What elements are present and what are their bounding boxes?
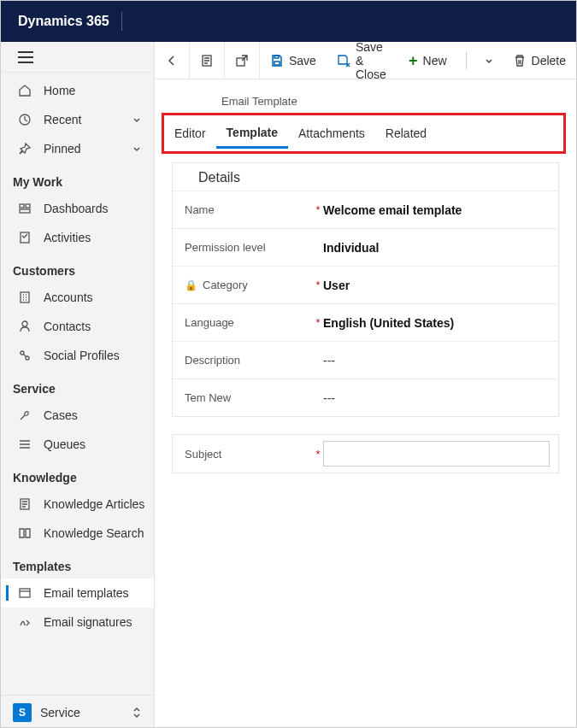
required-mark: * (313, 203, 323, 216)
page-icon (200, 54, 214, 68)
field-row-language[interactable]: Language * English (United States) (173, 303, 558, 341)
sidebar-item-cases[interactable]: Cases (1, 401, 154, 430)
sidebar: Home Recent Pinned My Work Dashboards Ac… (1, 42, 155, 728)
sidebar-item-queues[interactable]: Queues (1, 430, 154, 459)
sidebar-item-social[interactable]: Social Profiles (1, 341, 154, 370)
command-bar: Save Save & Close + New Delete (155, 42, 576, 79)
tab-editor[interactable]: Editor (164, 120, 216, 147)
details-section: Details Name * Welcome email template Pe… (172, 162, 559, 417)
lock-icon: 🔒 (185, 279, 197, 291)
sidebar-item-label: Pinned (44, 142, 81, 156)
save-button[interactable]: Save (260, 42, 327, 79)
field-label: Description (185, 354, 240, 367)
page-button[interactable] (190, 42, 225, 79)
field-row-permission[interactable]: Permission level Individual (173, 228, 558, 266)
field-value: --- (323, 391, 550, 405)
field-value: Individual (323, 241, 550, 255)
sidebar-item-dashboards[interactable]: Dashboards (1, 194, 154, 223)
hamburger-icon[interactable] (18, 51, 33, 63)
entity-label: Email Template (155, 95, 576, 108)
sidebar-item-home[interactable]: Home (1, 76, 154, 105)
field-row-description[interactable]: Description --- (173, 341, 558, 379)
svg-rect-5 (21, 292, 29, 302)
sidebar-section-customers: Customers (1, 252, 154, 283)
popout-button[interactable] (225, 42, 260, 79)
signature-icon (18, 615, 32, 629)
sidebar-item-label: Activities (44, 231, 91, 244)
sidebar-item-label: Knowledge Articles (44, 497, 144, 511)
clipboard-icon (18, 231, 32, 244)
article-icon (18, 497, 32, 511)
sidebar-item-label: Dashboards (44, 202, 109, 215)
popout-icon (235, 54, 249, 68)
top-bar: Dynamics 365 (1, 1, 576, 42)
sidebar-item-label: Email signatures (44, 615, 132, 629)
sidebar-item-email-signatures[interactable]: Email signatures (1, 608, 154, 637)
tabs-highlight-box: Editor Template Attachments Related (162, 113, 566, 154)
area-switcher[interactable]: S Service (1, 695, 154, 728)
chevron-down-icon (482, 54, 496, 68)
svg-point-6 (22, 321, 27, 326)
trash-icon (513, 54, 527, 68)
sidebar-item-label: Accounts (44, 291, 93, 304)
template-icon (18, 586, 32, 600)
delete-label: Delete (532, 54, 566, 68)
field-row-category[interactable]: 🔒Category * User (173, 266, 558, 303)
home-icon (18, 84, 32, 97)
save-label: Save (289, 54, 316, 68)
field-label: Name (185, 203, 215, 216)
sidebar-item-knowledge-search[interactable]: Knowledge Search (1, 519, 154, 548)
person-icon (18, 320, 32, 333)
svg-rect-10 (20, 589, 30, 597)
sidebar-item-label: Home (44, 84, 75, 97)
save-close-icon (337, 54, 350, 68)
tab-attachments[interactable]: Attachments (288, 120, 375, 147)
sidebar-section-service: Service (1, 370, 154, 401)
new-button[interactable]: + New (398, 42, 457, 79)
subject-input[interactable] (323, 441, 550, 467)
sidebar-item-label: Recent (44, 113, 81, 126)
field-value: English (United States) (323, 316, 550, 330)
required-mark: * (313, 448, 323, 461)
field-row-temnew[interactable]: Tem New --- (173, 379, 558, 416)
svg-rect-4 (21, 232, 29, 243)
sidebar-section-templates: Templates (1, 548, 154, 578)
tab-template[interactable]: Template (216, 119, 288, 149)
sidebar-item-pinned[interactable]: Pinned (1, 134, 154, 163)
field-label: Language (185, 316, 234, 329)
sidebar-section-knowledge: Knowledge (1, 459, 154, 490)
svg-rect-1 (20, 204, 24, 208)
clock-icon (18, 113, 32, 126)
sidebar-item-activities[interactable]: Activities (1, 223, 154, 252)
hamburger-row (1, 42, 154, 73)
chevron-down-icon (132, 144, 142, 154)
sidebar-item-recent[interactable]: Recent (1, 105, 154, 134)
new-split-divider (457, 42, 475, 79)
topbar-divider (121, 12, 122, 31)
field-label: Tem New (185, 391, 231, 404)
back-button[interactable] (155, 42, 190, 79)
sidebar-item-email-templates[interactable]: Email templates (1, 578, 154, 608)
save-close-button[interactable]: Save & Close (327, 42, 398, 79)
svg-point-8 (26, 356, 29, 360)
new-chevron-button[interactable] (475, 42, 503, 79)
subject-section: Subject * (172, 434, 559, 473)
field-value: Welcome email template (323, 203, 550, 217)
book-icon (18, 526, 32, 540)
sidebar-item-label: Queues (44, 437, 85, 451)
sidebar-item-label: Contacts (44, 320, 91, 333)
tab-related[interactable]: Related (375, 120, 437, 147)
section-title: Details (173, 163, 558, 191)
sidebar-item-accounts[interactable]: Accounts (1, 283, 154, 312)
save-close-label: Save & Close (356, 40, 388, 81)
field-row-name[interactable]: Name * Welcome email template (173, 191, 558, 228)
field-label: Category (203, 279, 248, 291)
sidebar-item-knowledge-articles[interactable]: Knowledge Articles (1, 490, 154, 519)
back-icon (165, 54, 179, 68)
sidebar-item-label: Social Profiles (44, 349, 120, 362)
required-mark: * (313, 316, 323, 329)
sidebar-section-mywork: My Work (1, 163, 154, 194)
delete-button[interactable]: Delete (503, 42, 576, 79)
building-icon (18, 291, 32, 304)
sidebar-item-contacts[interactable]: Contacts (1, 312, 154, 341)
